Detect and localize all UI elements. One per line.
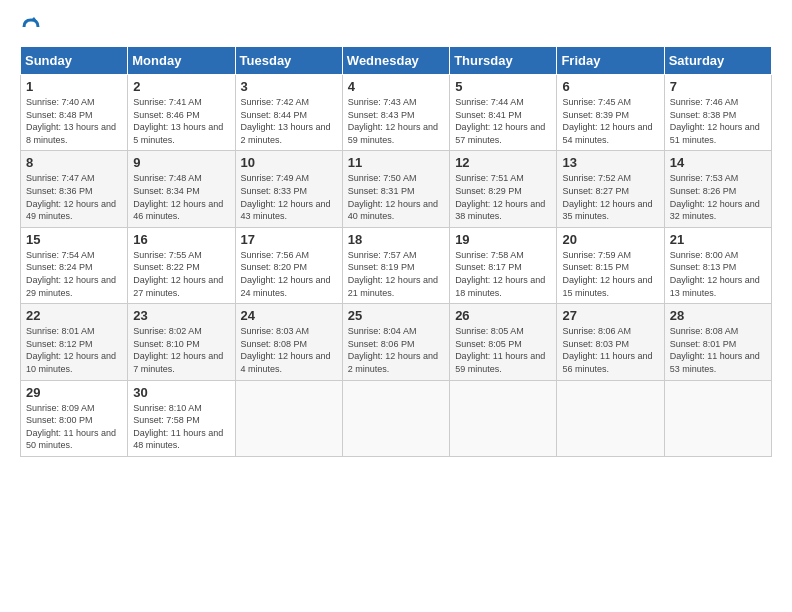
day-info: Sunrise: 8:03 AM Sunset: 8:08 PM Dayligh…: [241, 325, 337, 375]
day-number: 13: [562, 155, 658, 170]
day-number: 21: [670, 232, 766, 247]
day-cell: 12 Sunrise: 7:51 AM Sunset: 8:29 PM Dayl…: [450, 151, 557, 227]
week-row-2: 8 Sunrise: 7:47 AM Sunset: 8:36 PM Dayli…: [21, 151, 772, 227]
day-number: 12: [455, 155, 551, 170]
day-info: Sunrise: 7:50 AM Sunset: 8:31 PM Dayligh…: [348, 172, 444, 222]
day-cell: 9 Sunrise: 7:48 AM Sunset: 8:34 PM Dayli…: [128, 151, 235, 227]
week-row-1: 1 Sunrise: 7:40 AM Sunset: 8:48 PM Dayli…: [21, 75, 772, 151]
day-info: Sunrise: 7:51 AM Sunset: 8:29 PM Dayligh…: [455, 172, 551, 222]
header-thursday: Thursday: [450, 47, 557, 75]
page-header: [20, 16, 772, 38]
day-number: 8: [26, 155, 122, 170]
day-number: 24: [241, 308, 337, 323]
calendar-body: 1 Sunrise: 7:40 AM Sunset: 8:48 PM Dayli…: [21, 75, 772, 457]
day-cell: 5 Sunrise: 7:44 AM Sunset: 8:41 PM Dayli…: [450, 75, 557, 151]
day-info: Sunrise: 7:56 AM Sunset: 8:20 PM Dayligh…: [241, 249, 337, 299]
day-number: 1: [26, 79, 122, 94]
day-number: 9: [133, 155, 229, 170]
day-cell: 20 Sunrise: 7:59 AM Sunset: 8:15 PM Dayl…: [557, 227, 664, 303]
day-cell: 11 Sunrise: 7:50 AM Sunset: 8:31 PM Dayl…: [342, 151, 449, 227]
day-cell: 25 Sunrise: 8:04 AM Sunset: 8:06 PM Dayl…: [342, 304, 449, 380]
day-info: Sunrise: 7:42 AM Sunset: 8:44 PM Dayligh…: [241, 96, 337, 146]
day-cell: 29 Sunrise: 8:09 AM Sunset: 8:00 PM Dayl…: [21, 380, 128, 456]
day-number: 3: [241, 79, 337, 94]
day-info: Sunrise: 7:49 AM Sunset: 8:33 PM Dayligh…: [241, 172, 337, 222]
logo: [20, 16, 46, 38]
days-of-week-header: SundayMondayTuesdayWednesdayThursdayFrid…: [21, 47, 772, 75]
day-info: Sunrise: 7:44 AM Sunset: 8:41 PM Dayligh…: [455, 96, 551, 146]
day-info: Sunrise: 7:46 AM Sunset: 8:38 PM Dayligh…: [670, 96, 766, 146]
day-number: 14: [670, 155, 766, 170]
day-number: 16: [133, 232, 229, 247]
day-cell: 10 Sunrise: 7:49 AM Sunset: 8:33 PM Dayl…: [235, 151, 342, 227]
day-info: Sunrise: 7:48 AM Sunset: 8:34 PM Dayligh…: [133, 172, 229, 222]
day-number: 18: [348, 232, 444, 247]
day-cell: 23 Sunrise: 8:02 AM Sunset: 8:10 PM Dayl…: [128, 304, 235, 380]
day-info: Sunrise: 8:05 AM Sunset: 8:05 PM Dayligh…: [455, 325, 551, 375]
day-info: Sunrise: 8:08 AM Sunset: 8:01 PM Dayligh…: [670, 325, 766, 375]
day-number: 26: [455, 308, 551, 323]
day-cell: 3 Sunrise: 7:42 AM Sunset: 8:44 PM Dayli…: [235, 75, 342, 151]
day-cell: 16 Sunrise: 7:55 AM Sunset: 8:22 PM Dayl…: [128, 227, 235, 303]
day-number: 28: [670, 308, 766, 323]
day-info: Sunrise: 8:04 AM Sunset: 8:06 PM Dayligh…: [348, 325, 444, 375]
day-cell: [450, 380, 557, 456]
day-info: Sunrise: 8:01 AM Sunset: 8:12 PM Dayligh…: [26, 325, 122, 375]
day-number: 30: [133, 385, 229, 400]
day-info: Sunrise: 7:40 AM Sunset: 8:48 PM Dayligh…: [26, 96, 122, 146]
day-number: 20: [562, 232, 658, 247]
day-info: Sunrise: 8:00 AM Sunset: 8:13 PM Dayligh…: [670, 249, 766, 299]
day-cell: 13 Sunrise: 7:52 AM Sunset: 8:27 PM Dayl…: [557, 151, 664, 227]
header-friday: Friday: [557, 47, 664, 75]
day-number: 7: [670, 79, 766, 94]
day-cell: [664, 380, 771, 456]
day-cell: [342, 380, 449, 456]
logo-icon: [20, 16, 42, 38]
day-info: Sunrise: 7:57 AM Sunset: 8:19 PM Dayligh…: [348, 249, 444, 299]
day-number: 22: [26, 308, 122, 323]
day-cell: 18 Sunrise: 7:57 AM Sunset: 8:19 PM Dayl…: [342, 227, 449, 303]
day-info: Sunrise: 7:45 AM Sunset: 8:39 PM Dayligh…: [562, 96, 658, 146]
day-cell: [557, 380, 664, 456]
week-row-3: 15 Sunrise: 7:54 AM Sunset: 8:24 PM Dayl…: [21, 227, 772, 303]
day-number: 29: [26, 385, 122, 400]
day-info: Sunrise: 8:10 AM Sunset: 7:58 PM Dayligh…: [133, 402, 229, 452]
day-cell: 19 Sunrise: 7:58 AM Sunset: 8:17 PM Dayl…: [450, 227, 557, 303]
week-row-4: 22 Sunrise: 8:01 AM Sunset: 8:12 PM Dayl…: [21, 304, 772, 380]
day-cell: 8 Sunrise: 7:47 AM Sunset: 8:36 PM Dayli…: [21, 151, 128, 227]
day-cell: 24 Sunrise: 8:03 AM Sunset: 8:08 PM Dayl…: [235, 304, 342, 380]
day-cell: 27 Sunrise: 8:06 AM Sunset: 8:03 PM Dayl…: [557, 304, 664, 380]
day-cell: 15 Sunrise: 7:54 AM Sunset: 8:24 PM Dayl…: [21, 227, 128, 303]
day-number: 2: [133, 79, 229, 94]
week-row-5: 29 Sunrise: 8:09 AM Sunset: 8:00 PM Dayl…: [21, 380, 772, 456]
day-number: 27: [562, 308, 658, 323]
day-info: Sunrise: 7:52 AM Sunset: 8:27 PM Dayligh…: [562, 172, 658, 222]
day-cell: 22 Sunrise: 8:01 AM Sunset: 8:12 PM Dayl…: [21, 304, 128, 380]
day-cell: 1 Sunrise: 7:40 AM Sunset: 8:48 PM Dayli…: [21, 75, 128, 151]
header-wednesday: Wednesday: [342, 47, 449, 75]
day-number: 19: [455, 232, 551, 247]
day-info: Sunrise: 8:09 AM Sunset: 8:00 PM Dayligh…: [26, 402, 122, 452]
day-info: Sunrise: 7:58 AM Sunset: 8:17 PM Dayligh…: [455, 249, 551, 299]
day-cell: 7 Sunrise: 7:46 AM Sunset: 8:38 PM Dayli…: [664, 75, 771, 151]
day-info: Sunrise: 7:43 AM Sunset: 8:43 PM Dayligh…: [348, 96, 444, 146]
day-cell: 30 Sunrise: 8:10 AM Sunset: 7:58 PM Dayl…: [128, 380, 235, 456]
day-info: Sunrise: 7:54 AM Sunset: 8:24 PM Dayligh…: [26, 249, 122, 299]
day-info: Sunrise: 7:47 AM Sunset: 8:36 PM Dayligh…: [26, 172, 122, 222]
day-cell: 2 Sunrise: 7:41 AM Sunset: 8:46 PM Dayli…: [128, 75, 235, 151]
day-info: Sunrise: 7:55 AM Sunset: 8:22 PM Dayligh…: [133, 249, 229, 299]
day-cell: 28 Sunrise: 8:08 AM Sunset: 8:01 PM Dayl…: [664, 304, 771, 380]
header-tuesday: Tuesday: [235, 47, 342, 75]
day-number: 6: [562, 79, 658, 94]
day-cell: 14 Sunrise: 7:53 AM Sunset: 8:26 PM Dayl…: [664, 151, 771, 227]
header-sunday: Sunday: [21, 47, 128, 75]
header-monday: Monday: [128, 47, 235, 75]
day-cell: 26 Sunrise: 8:05 AM Sunset: 8:05 PM Dayl…: [450, 304, 557, 380]
header-saturday: Saturday: [664, 47, 771, 75]
day-number: 17: [241, 232, 337, 247]
day-number: 11: [348, 155, 444, 170]
day-cell: 21 Sunrise: 8:00 AM Sunset: 8:13 PM Dayl…: [664, 227, 771, 303]
day-number: 4: [348, 79, 444, 94]
day-info: Sunrise: 7:41 AM Sunset: 8:46 PM Dayligh…: [133, 96, 229, 146]
day-cell: 6 Sunrise: 7:45 AM Sunset: 8:39 PM Dayli…: [557, 75, 664, 151]
